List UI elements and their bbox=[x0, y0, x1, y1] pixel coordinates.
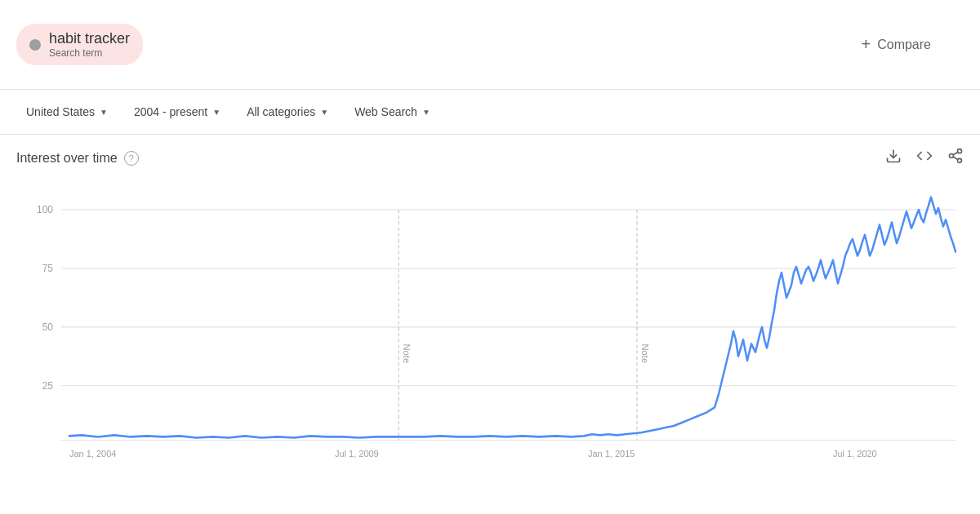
svg-text:Jan 1, 2015: Jan 1, 2015 bbox=[588, 449, 635, 459]
search-type-label: Web Search bbox=[354, 105, 417, 118]
svg-line-5 bbox=[953, 152, 958, 154]
svg-text:Jul 1, 2009: Jul 1, 2009 bbox=[335, 449, 379, 459]
embed-button[interactable] bbox=[916, 148, 933, 168]
region-label: United States bbox=[26, 105, 95, 118]
svg-text:Jan 1, 2004: Jan 1, 2004 bbox=[69, 449, 116, 459]
help-icon[interactable]: ? bbox=[124, 151, 139, 166]
compare-label: Compare bbox=[877, 38, 931, 52]
svg-text:Note: Note bbox=[402, 343, 412, 363]
interest-over-time-chart: 100 75 50 25 Note Note Jan 1, 2004 Jul 1… bbox=[16, 176, 964, 486]
svg-text:75: 75 bbox=[42, 263, 54, 274]
search-type-filter[interactable]: Web Search ▼ bbox=[345, 100, 440, 123]
header: habit tracker Search term + Compare bbox=[0, 0, 980, 90]
download-button[interactable] bbox=[885, 148, 902, 168]
chart-section: Interest over time ? bbox=[0, 135, 980, 494]
chart-actions bbox=[885, 148, 964, 168]
svg-text:Jul 1, 2020: Jul 1, 2020 bbox=[833, 449, 877, 459]
region-filter[interactable]: United States ▼ bbox=[16, 100, 118, 123]
chip-text: habit tracker Search term bbox=[49, 30, 130, 59]
chip-title: habit tracker bbox=[49, 30, 130, 47]
chip-dot-icon bbox=[29, 39, 41, 51]
compare-button[interactable]: + Compare bbox=[862, 35, 932, 54]
svg-point-3 bbox=[958, 158, 962, 162]
category-label: All categories bbox=[247, 105, 315, 118]
chart-title: Interest over time bbox=[16, 151, 118, 166]
svg-text:50: 50 bbox=[42, 321, 54, 333]
plus-icon: + bbox=[862, 35, 871, 54]
chart-header: Interest over time ? bbox=[16, 148, 964, 168]
svg-line-4 bbox=[953, 157, 958, 159]
search-type-chevron-icon: ▼ bbox=[422, 108, 430, 117]
svg-point-1 bbox=[958, 149, 962, 153]
category-chevron-icon: ▼ bbox=[320, 108, 328, 117]
svg-point-2 bbox=[950, 154, 954, 158]
category-filter[interactable]: All categories ▼ bbox=[237, 100, 338, 123]
period-label: 2004 - present bbox=[134, 105, 207, 118]
search-chip[interactable]: habit tracker Search term bbox=[16, 24, 143, 65]
region-chevron-icon: ▼ bbox=[100, 108, 108, 117]
svg-text:100: 100 bbox=[37, 204, 53, 215]
period-filter[interactable]: 2004 - present ▼ bbox=[124, 100, 230, 123]
svg-text:25: 25 bbox=[42, 380, 54, 392]
share-button[interactable] bbox=[947, 148, 964, 168]
chart-title-wrap: Interest over time ? bbox=[16, 151, 139, 166]
chip-subtitle: Search term bbox=[49, 47, 130, 59]
period-chevron-icon: ▼ bbox=[212, 108, 220, 117]
svg-text:Note: Note bbox=[640, 343, 650, 363]
filters-bar: United States ▼ 2004 - present ▼ All cat… bbox=[0, 90, 980, 135]
chart-container: 100 75 50 25 Note Note Jan 1, 2004 Jul 1… bbox=[16, 176, 964, 486]
